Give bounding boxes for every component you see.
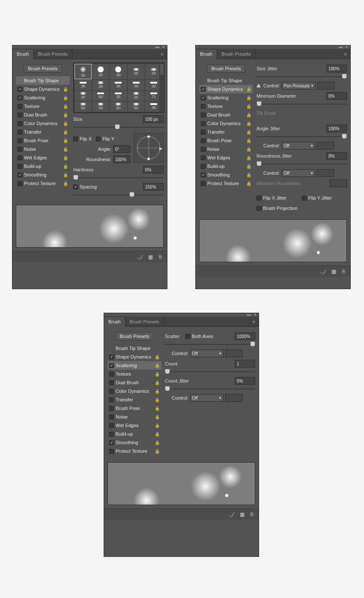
new-preset-icon[interactable]: ▦	[331, 269, 336, 275]
size-slider[interactable]	[73, 124, 164, 130]
brush-preset-cell[interactable]: 36	[128, 80, 145, 90]
option-scattering[interactable]: Scattering🔒	[199, 93, 253, 102]
new-preset-icon[interactable]: ▦	[148, 254, 153, 260]
option-checkbox[interactable]	[18, 104, 22, 109]
tab-brush[interactable]: Brush	[104, 317, 125, 327]
tab-brush-presets[interactable]: Brush Presets	[125, 317, 164, 327]
option-protect-texture[interactable]: Protect Texture🔒	[16, 179, 70, 188]
option-checkbox[interactable]	[109, 406, 114, 411]
brush-preset-cell[interactable]: 30	[92, 64, 109, 79]
option-checkbox[interactable]	[201, 96, 206, 100]
tab-brush[interactable]: Brush	[12, 49, 34, 59]
close-icon[interactable]: ✕	[162, 45, 165, 49]
lock-icon[interactable]: 🔒	[155, 398, 160, 402]
roundness-input[interactable]: 100%	[113, 155, 130, 163]
brush-preset-cell[interactable]: 50	[110, 102, 127, 112]
option-checkbox[interactable]	[201, 121, 206, 126]
spacing-checkbox[interactable]	[73, 185, 78, 189]
option-checkbox[interactable]	[201, 164, 206, 169]
brush-preset-cell[interactable]: 50	[92, 91, 109, 101]
new-doc-icon[interactable]: ⎘	[342, 269, 345, 275]
option-noise[interactable]: Noise🔒	[107, 413, 161, 421]
option-dual-brush[interactable]: Dual Brush🔒	[199, 111, 253, 119]
tab-brush-presets[interactable]: Brush Presets	[34, 49, 72, 59]
brush-presets-button[interactable]: Brush Presets	[24, 64, 62, 73]
brush-preset-cell[interactable]: 25	[128, 91, 145, 101]
option-shape-dynamics[interactable]: Shape Dynamics🔒	[199, 85, 253, 93]
option-checkbox[interactable]	[18, 138, 22, 143]
new-doc-icon[interactable]: ⎘	[251, 511, 254, 517]
option-checkbox[interactable]	[109, 372, 114, 377]
lock-icon[interactable]: 🔒	[246, 104, 251, 109]
option-smoothing[interactable]: Smoothing🔒	[107, 438, 161, 447]
option-build-up[interactable]: Build-up🔒	[16, 162, 70, 170]
brush-tip-shape-row[interactable]: Brush Tip Shape	[199, 76, 253, 85]
lock-icon[interactable]: 🔒	[63, 121, 68, 126]
toggle-preview-icon[interactable]: ◡∕	[229, 511, 234, 517]
option-checkbox[interactable]	[18, 121, 22, 126]
option-protect-texture[interactable]: Protect Texture🔒	[199, 179, 253, 188]
spacing-slider[interactable]	[73, 192, 164, 198]
lock-icon[interactable]: 🔒	[246, 96, 251, 100]
brush-presets-button[interactable]: Brush Presets	[115, 332, 154, 341]
option-checkbox[interactable]	[109, 449, 114, 454]
option-transfer[interactable]: Transfer🔒	[199, 128, 253, 136]
lock-icon[interactable]: 🔒	[246, 155, 251, 160]
option-transfer[interactable]: Transfer🔒	[16, 128, 70, 136]
option-build-up[interactable]: Build-up🔒	[107, 430, 161, 438]
lock-icon[interactable]: 🔒	[155, 440, 160, 445]
option-brush-pose[interactable]: Brush Pose🔒	[16, 136, 70, 145]
option-dual-brush[interactable]: Dual Brush🔒	[16, 111, 70, 119]
brush-preset-cell[interactable]: 50	[128, 102, 145, 112]
option-checkbox[interactable]	[18, 96, 22, 100]
scrollbar-thumb[interactable]	[160, 63, 164, 75]
lock-icon[interactable]: 🔒	[246, 113, 251, 117]
brush-preset-cell[interactable]: 50	[92, 102, 109, 112]
brush-preset-cell[interactable]: 25	[128, 64, 145, 79]
brush-tip-shape-row[interactable]: Brush Tip Shape	[16, 76, 70, 85]
brush-preset-cell[interactable]: 30	[75, 64, 92, 79]
option-wet-edges[interactable]: Wet Edges🔒	[16, 153, 70, 162]
control-dropdown[interactable]: Off	[190, 350, 224, 357]
flip-y-jitter-checkbox[interactable]	[302, 196, 307, 200]
angle-jitter-input[interactable]: 100%	[326, 125, 347, 132]
toggle-preview-icon[interactable]: ◡∕	[137, 254, 142, 260]
lock-icon[interactable]: 🔒	[246, 173, 251, 177]
brush-projection-checkbox[interactable]	[257, 206, 261, 211]
panel-menu-icon[interactable]: ≡	[158, 51, 167, 57]
count-jitter-input[interactable]: 0%	[235, 377, 255, 385]
both-axes-checkbox[interactable]	[185, 334, 190, 339]
scatter-input[interactable]: 1000%	[235, 332, 255, 340]
lock-icon[interactable]: 🔒	[63, 87, 68, 92]
lock-icon[interactable]: 🔒	[63, 173, 68, 177]
min-diameter-input[interactable]: 0%	[326, 92, 347, 100]
lock-icon[interactable]: 🔒	[155, 406, 160, 411]
hardness-input[interactable]: 0%	[143, 166, 164, 173]
brush-preset-cell[interactable]: 25	[75, 91, 92, 101]
option-texture[interactable]: Texture🔒	[16, 102, 70, 111]
size-input[interactable]: 100 px	[143, 115, 164, 123]
lock-icon[interactable]: 🔒	[63, 155, 68, 160]
brush-preset-cell[interactable]: 50	[75, 102, 92, 112]
option-checkbox[interactable]	[201, 104, 206, 109]
option-wet-edges[interactable]: Wet Edges🔒	[107, 421, 161, 430]
control-dropdown[interactable]: Off	[282, 169, 315, 177]
flip-y-checkbox[interactable]	[96, 137, 101, 141]
option-checkbox[interactable]	[201, 138, 206, 143]
option-checkbox[interactable]	[109, 440, 114, 445]
lock-icon[interactable]: 🔒	[155, 363, 160, 368]
lock-icon[interactable]: 🔒	[63, 113, 68, 117]
option-checkbox[interactable]	[109, 380, 114, 385]
flip-x-jitter-checkbox[interactable]	[257, 196, 261, 200]
option-brush-pose[interactable]: Brush Pose🔒	[107, 404, 161, 413]
option-checkbox[interactable]	[201, 155, 206, 160]
brush-presets-button[interactable]: Brush Presets	[207, 64, 245, 73]
option-checkbox[interactable]	[201, 181, 206, 186]
spacing-input[interactable]: 150%	[143, 183, 164, 191]
size-jitter-slider[interactable]	[257, 74, 347, 80]
option-checkbox[interactable]	[201, 87, 206, 92]
lock-icon[interactable]: 🔒	[155, 415, 160, 419]
option-checkbox[interactable]	[18, 113, 22, 117]
collapse-icon[interactable]: ◂◂	[338, 45, 343, 49]
tab-brush[interactable]: Brush	[196, 49, 217, 59]
